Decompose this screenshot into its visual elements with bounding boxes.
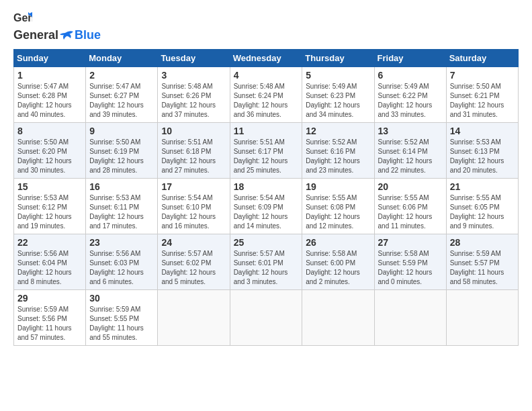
daylight-label: Daylight: 12 hours and 9 minutes.: [450, 213, 504, 230]
daylight-label: Daylight: 12 hours and 8 minutes.: [17, 269, 72, 285]
day-info: Sunrise: 5:47 AM Sunset: 6:27 PM Dayligh…: [89, 82, 154, 120]
day-info: Sunrise: 5:53 AM Sunset: 6:13 PM Dayligh…: [450, 138, 515, 175]
logo: General General Blue: [13, 11, 101, 42]
sunset-label: Sunset: 6:13 PM: [450, 148, 500, 155]
sunrise-label: Sunrise: 5:51 AM: [161, 138, 212, 146]
day-info: Sunrise: 5:48 AM Sunset: 6:24 PM Dayligh…: [234, 82, 299, 120]
sunset-label: Sunset: 6:03 PM: [89, 259, 139, 267]
day-info: Sunrise: 5:55 AM Sunset: 6:05 PM Dayligh…: [450, 193, 515, 231]
day-info: Sunrise: 5:55 AM Sunset: 6:06 PM Dayligh…: [378, 193, 443, 231]
day-info: Sunrise: 5:49 AM Sunset: 6:23 PM Dayligh…: [306, 82, 370, 120]
day-number: 27: [378, 237, 443, 248]
day-cell-3: 3 Sunrise: 5:48 AM Sunset: 6:26 PM Dayli…: [158, 67, 230, 123]
day-cell-20: 20 Sunrise: 5:55 AM Sunset: 6:06 PM Dayl…: [374, 179, 446, 234]
daylight-label: Daylight: 12 hours and 11 minutes.: [378, 213, 433, 230]
sunrise-label: Sunrise: 5:48 AM: [234, 83, 285, 90]
day-number: 24: [161, 237, 226, 248]
daylight-label: Daylight: 12 hours and 6 minutes.: [89, 269, 144, 285]
sunrise-label: Sunrise: 5:53 AM: [89, 194, 140, 201]
weekday-header-sunday: Sunday: [14, 50, 86, 67]
day-info: Sunrise: 5:50 AM Sunset: 6:21 PM Dayligh…: [450, 82, 515, 120]
weekday-header-monday: Monday: [86, 50, 158, 67]
sunrise-label: Sunrise: 5:55 AM: [306, 194, 357, 201]
daylight-label: Daylight: 12 hours and 16 minutes.: [161, 213, 216, 230]
day-cell-8: 8 Sunrise: 5:50 AM Sunset: 6:20 PM Dayli…: [14, 123, 86, 179]
daylight-label: Daylight: 12 hours and 31 minutes.: [450, 101, 504, 118]
sunset-label: Sunset: 6:12 PM: [17, 203, 67, 211]
day-info: Sunrise: 5:47 AM Sunset: 6:28 PM Dayligh…: [17, 82, 82, 120]
sunset-label: Sunset: 6:19 PM: [89, 148, 139, 155]
daylight-label: Daylight: 11 hours and 58 minutes.: [450, 269, 504, 285]
day-cell-11: 11 Sunrise: 5:51 AM Sunset: 6:17 PM Dayl…: [230, 123, 302, 179]
sunset-label: Sunset: 6:16 PM: [306, 148, 355, 155]
weekday-header-tuesday: Tuesday: [158, 50, 230, 67]
day-info: Sunrise: 5:59 AM Sunset: 5:57 PM Dayligh…: [450, 249, 515, 287]
day-cell-27: 27 Sunrise: 5:58 AM Sunset: 5:59 PM Dayl…: [374, 234, 446, 290]
sunset-label: Sunset: 6:23 PM: [306, 92, 355, 99]
day-cell-13: 13 Sunrise: 5:52 AM Sunset: 6:14 PM Dayl…: [374, 123, 446, 179]
sunset-label: Sunset: 6:06 PM: [378, 203, 428, 211]
day-number: 3: [161, 70, 226, 81]
day-number: 14: [450, 126, 515, 136]
sunrise-label: Sunrise: 5:55 AM: [450, 194, 501, 201]
calendar-table: SundayMondayTuesdayWednesdayThursdayFrid…: [13, 49, 519, 346]
sunrise-label: Sunrise: 5:49 AM: [306, 83, 357, 90]
day-number: 4: [234, 70, 299, 81]
daylight-label: Daylight: 12 hours and 12 minutes.: [306, 213, 360, 230]
empty-cell: [374, 290, 446, 346]
day-number: 20: [378, 181, 443, 192]
day-info: Sunrise: 5:59 AM Sunset: 5:56 PM Dayligh…: [17, 305, 82, 342]
day-cell-7: 7 Sunrise: 5:50 AM Sunset: 6:21 PM Dayli…: [446, 67, 518, 123]
weekday-header-wednesday: Wednesday: [230, 50, 302, 67]
day-cell-9: 9 Sunrise: 5:50 AM Sunset: 6:19 PM Dayli…: [86, 123, 158, 179]
day-cell-18: 18 Sunrise: 5:54 AM Sunset: 6:09 PM Dayl…: [230, 179, 302, 234]
sunset-label: Sunset: 6:10 PM: [161, 203, 211, 211]
day-info: Sunrise: 5:57 AM Sunset: 6:02 PM Dayligh…: [161, 249, 226, 287]
empty-cell: [302, 290, 374, 346]
calendar-week-4: 22 Sunrise: 5:56 AM Sunset: 6:04 PM Dayl…: [14, 234, 519, 290]
logo-icon: General: [13, 11, 32, 28]
sunrise-label: Sunrise: 5:49 AM: [378, 83, 429, 90]
sunset-label: Sunset: 6:22 PM: [378, 92, 428, 99]
daylight-label: Daylight: 12 hours and 5 minutes.: [161, 269, 216, 285]
day-info: Sunrise: 5:48 AM Sunset: 6:26 PM Dayligh…: [161, 82, 226, 120]
daylight-label: Daylight: 12 hours and 34 minutes.: [306, 101, 360, 118]
sunrise-label: Sunrise: 5:54 AM: [234, 194, 285, 201]
day-info: Sunrise: 5:53 AM Sunset: 6:12 PM Dayligh…: [17, 193, 82, 231]
sunrise-label: Sunrise: 5:57 AM: [234, 250, 285, 257]
day-number: 15: [17, 181, 82, 192]
day-number: 16: [89, 181, 154, 192]
day-cell-28: 28 Sunrise: 5:59 AM Sunset: 5:57 PM Dayl…: [446, 234, 518, 290]
sunset-label: Sunset: 5:57 PM: [450, 259, 500, 267]
daylight-label: Daylight: 12 hours and 0 minutes.: [378, 269, 433, 285]
weekday-header-saturday: Saturday: [446, 50, 518, 67]
sunrise-label: Sunrise: 5:50 AM: [89, 138, 140, 146]
day-info: Sunrise: 5:53 AM Sunset: 6:11 PM Dayligh…: [89, 193, 154, 231]
sunset-label: Sunset: 6:18 PM: [161, 148, 211, 155]
calendar-week-2: 8 Sunrise: 5:50 AM Sunset: 6:20 PM Dayli…: [14, 123, 519, 179]
sunrise-label: Sunrise: 5:48 AM: [161, 83, 212, 90]
daylight-label: Daylight: 12 hours and 14 minutes.: [234, 213, 288, 230]
day-cell-5: 5 Sunrise: 5:49 AM Sunset: 6:23 PM Dayli…: [302, 67, 374, 123]
day-cell-15: 15 Sunrise: 5:53 AM Sunset: 6:12 PM Dayl…: [14, 179, 86, 234]
day-info: Sunrise: 5:54 AM Sunset: 6:10 PM Dayligh…: [161, 193, 226, 231]
sunset-label: Sunset: 5:56 PM: [17, 315, 67, 322]
day-number: 29: [17, 293, 82, 304]
day-info: Sunrise: 5:51 AM Sunset: 6:18 PM Dayligh…: [161, 138, 226, 175]
sunrise-label: Sunrise: 5:53 AM: [17, 194, 69, 201]
daylight-label: Daylight: 12 hours and 3 minutes.: [234, 269, 288, 285]
daylight-label: Daylight: 11 hours and 57 minutes.: [17, 324, 72, 341]
day-info: Sunrise: 5:50 AM Sunset: 6:20 PM Dayligh…: [17, 138, 82, 175]
sunset-label: Sunset: 6:20 PM: [17, 148, 67, 155]
sunrise-label: Sunrise: 5:58 AM: [306, 250, 357, 257]
day-info: Sunrise: 5:57 AM Sunset: 6:01 PM Dayligh…: [234, 249, 299, 287]
daylight-label: Daylight: 12 hours and 40 minutes.: [17, 101, 72, 118]
day-number: 11: [234, 126, 299, 136]
calendar-week-1: 1 Sunrise: 5:47 AM Sunset: 6:28 PM Dayli…: [14, 67, 519, 123]
logo-blue: Blue: [75, 28, 101, 42]
day-number: 1: [17, 70, 82, 81]
sunrise-label: Sunrise: 5:47 AM: [89, 83, 140, 90]
daylight-label: Daylight: 12 hours and 39 minutes.: [89, 101, 144, 118]
day-number: 17: [161, 181, 226, 192]
weekday-header-friday: Friday: [374, 50, 446, 67]
